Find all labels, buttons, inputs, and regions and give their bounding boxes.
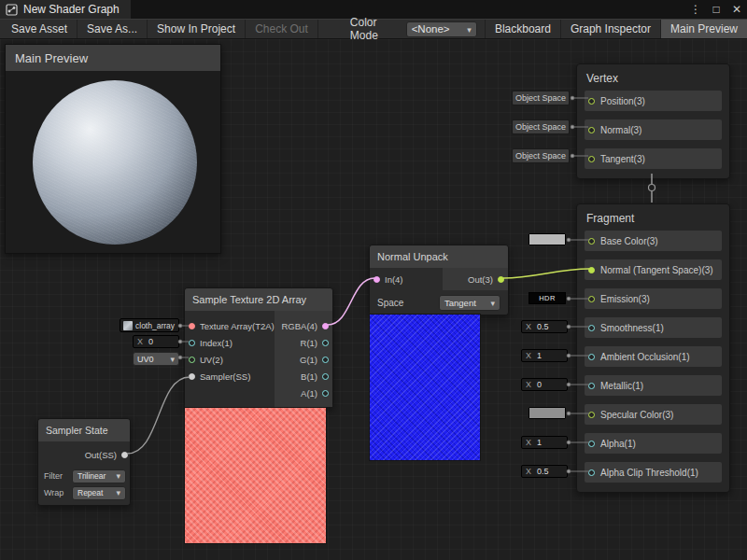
port-specular-color[interactable] [588, 412, 595, 418]
port-rgba-output[interactable] [322, 323, 329, 329]
vertex-block-node[interactable]: Vertex Position(3) Normal(3) Tangent(3) [576, 63, 730, 179]
tangent-space-dropdown[interactable]: Object Space [512, 148, 570, 163]
main-preview-toggle-button[interactable]: Main Preview [660, 20, 747, 38]
port-position[interactable] [588, 98, 595, 105]
port-row-emission[interactable]: Emission(3) [585, 288, 722, 309]
sampler-state-node[interactable]: Sampler State Out(SS) Filter Trilinear W… [37, 418, 131, 506]
main-preview-header[interactable]: Main Preview [6, 45, 220, 71]
port-row-index[interactable]: Index(1) [185, 335, 275, 351]
close-icon[interactable]: ✕ [726, 0, 747, 19]
chevron-down-icon [467, 23, 472, 35]
save-asset-button[interactable]: Save Asset [2, 20, 78, 38]
filter-row: Filter Trilinear [38, 468, 130, 484]
port-row-rgba[interactable]: RGBA(4) [275, 318, 332, 334]
port-row-texture-array[interactable]: Texture Array(T2A) [185, 318, 275, 334]
port-row-tangent[interactable]: Tangent(3) [585, 148, 722, 169]
port-row-normal-ts[interactable]: Normal (Tangent Space)(3) [585, 259, 722, 280]
alpha-field[interactable]: X 1 [521, 436, 568, 449]
graph-canvas[interactable]: Main Preview Vertex Position(3) Normal(3… [0, 39, 747, 560]
port-row-base-color[interactable]: Base Color(3) [585, 231, 722, 251]
chevron-down-icon [170, 355, 175, 364]
position-space-dropdown[interactable]: Object Space [512, 91, 570, 105]
port-row-sampler[interactable]: Sampler(SS) [185, 369, 275, 385]
port-row-b[interactable]: B(1) [275, 369, 332, 385]
block-link-handle[interactable] [649, 185, 655, 191]
port-tangent[interactable] [588, 156, 595, 162]
kebab-menu-icon[interactable]: ⋮ [685, 0, 706, 19]
port-normal[interactable] [588, 127, 595, 133]
metallic-field[interactable]: X 0 [521, 378, 568, 391]
port-row-position[interactable]: Position(3) [585, 91, 722, 111]
port-alpha[interactable] [588, 441, 595, 447]
port-row-normal[interactable]: Normal(3) [585, 119, 722, 140]
normal-unpack-node[interactable]: Normal Unpack In(4) Out(3) Space Tangent [369, 245, 509, 315]
texture-array-object-field[interactable]: cloth_array [120, 318, 179, 332]
port-row-metallic[interactable]: Metallic(1) [585, 375, 722, 396]
port-sampler-input[interactable] [189, 373, 195, 380]
port-texture-array-input[interactable] [189, 323, 195, 329]
sample-node-title[interactable]: Sample Texture 2D Array [185, 288, 332, 311]
port-in-input[interactable] [374, 276, 380, 283]
port-alpha-clip-threshold[interactable] [588, 469, 595, 476]
toolbar: Save Asset Save As... Show In Project Ch… [0, 19, 747, 39]
uv-channel-dropdown[interactable]: UV0 [133, 352, 179, 366]
port-emission[interactable] [588, 296, 595, 302]
fragment-block-node[interactable]: Fragment Base Color(3) Normal (Tangent S… [576, 203, 730, 493]
blackboard-toggle-button[interactable]: Blackboard [485, 20, 560, 38]
sample-texture-2d-array-node[interactable]: Sample Texture 2D Array Texture Array(T2… [184, 287, 333, 408]
port-metallic[interactable] [588, 383, 595, 389]
emission-hdr-color-field[interactable]: HDR [529, 292, 566, 304]
base-color-swatch[interactable] [529, 233, 566, 245]
port-b-output[interactable] [322, 373, 329, 380]
vertex-title: Vertex [577, 64, 729, 91]
port-row-uv[interactable]: UV(2) [185, 352, 275, 368]
edge-sampler-state[interactable] [127, 377, 190, 454]
port-row-in[interactable]: In(4) [370, 268, 443, 290]
normal-unpack-title[interactable]: Normal Unpack [370, 245, 508, 268]
fragment-title: Fragment [577, 204, 729, 231]
port-out-output[interactable] [498, 276, 504, 283]
sampler-state-title[interactable]: Sampler State [38, 419, 130, 441]
filter-dropdown[interactable]: Trilinear [72, 469, 126, 483]
chevron-down-icon [116, 471, 120, 481]
alpha-clip-threshold-field[interactable]: X 0.5 [521, 465, 568, 478]
port-row-alpha[interactable]: Alpha(1) [585, 433, 722, 454]
document-tab[interactable]: New Shader Graph [0, 0, 131, 19]
graph-inspector-toggle-button[interactable]: Graph Inspector [560, 20, 660, 38]
show-in-project-button[interactable]: Show In Project [148, 20, 246, 38]
port-row-alpha-clip[interactable]: Alpha Clip Threshold(1) [585, 462, 722, 483]
port-row-ambient-occlusion[interactable]: Ambient Occlusion(1) [585, 346, 722, 367]
port-row-g[interactable]: G(1) [275, 352, 332, 368]
maximize-icon[interactable]: □ [706, 0, 726, 19]
edge-rgba-to-in[interactable] [328, 278, 374, 325]
specular-color-swatch[interactable] [529, 407, 566, 419]
port-ambient-occlusion[interactable] [588, 354, 595, 360]
port-row-specular-color[interactable]: Specular Color(3) [585, 404, 722, 425]
port-row-out-ss[interactable]: Out(SS) [38, 441, 130, 468]
port-r-output[interactable] [322, 340, 329, 346]
space-dropdown[interactable]: Tangent [439, 295, 500, 311]
normal-space-dropdown[interactable]: Object Space [512, 119, 570, 134]
port-row-smoothness[interactable]: Smoothness(1) [585, 317, 722, 338]
smoothness-field[interactable]: X 0.5 [521, 320, 568, 333]
port-g-output[interactable] [322, 357, 329, 363]
port-out-ss-output[interactable] [121, 452, 128, 458]
port-smoothness[interactable] [588, 325, 595, 331]
port-row-out[interactable]: Out(3) [443, 268, 508, 290]
wrap-label: Wrap [44, 488, 63, 497]
save-as-button[interactable]: Save As... [78, 20, 148, 38]
port-index-input[interactable] [189, 340, 195, 346]
shader-graph-icon [6, 4, 18, 16]
port-base-color[interactable] [588, 238, 595, 245]
wrap-dropdown[interactable]: Repeat [72, 486, 126, 500]
port-row-a[interactable]: A(1) [275, 385, 332, 401]
port-normal-tangent-space[interactable] [588, 267, 595, 273]
texture-thumbnail-icon [123, 321, 133, 330]
port-uv-input[interactable] [189, 357, 195, 363]
ambient-occlusion-field[interactable]: X 1 [521, 349, 568, 362]
port-row-r[interactable]: R(1) [275, 335, 332, 351]
index-field[interactable]: X 0 [133, 335, 179, 348]
port-a-output[interactable] [322, 390, 329, 397]
color-mode-dropdown[interactable]: <None> [406, 21, 477, 37]
shader-preview-sphere [33, 80, 197, 245]
